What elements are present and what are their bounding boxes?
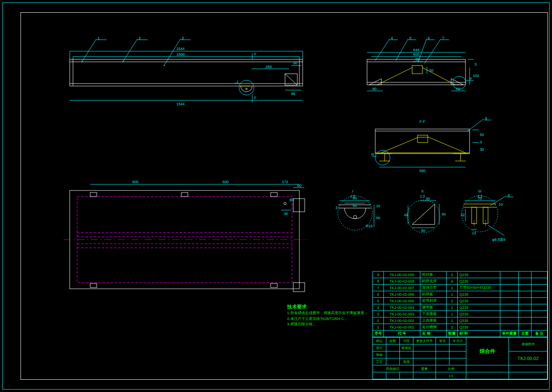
detail-III-label: III	[478, 189, 481, 193]
dim-I-r: R15	[366, 224, 373, 228]
bom-hdr-qty: 数量	[447, 331, 458, 337]
dim-III-r: φ8.5深8	[492, 238, 505, 242]
svg-point-23	[246, 88, 247, 90]
bom-cell-qty: 1	[447, 311, 458, 317]
dim-I-50b: 50	[376, 216, 380, 220]
bom-cell-mat: Q235	[458, 298, 500, 304]
bom-hdr-wt1: 单件重量	[500, 331, 519, 337]
bom-cell-qty: 1	[447, 317, 458, 324]
svg-rect-107	[90, 283, 97, 288]
dim-plan-right: 60	[297, 184, 301, 188]
svg-rect-106	[271, 193, 277, 197]
bom-cell-idx: 5	[373, 298, 384, 304]
bom-row: 9TKJ-00-02-009前封板2Q235	[373, 272, 547, 278]
dim-ff30: 30	[480, 147, 484, 152]
dim-600a: 600	[413, 52, 419, 57]
bom-header-row: 序号 代 号 名 称 数量 材 料 单件重量 总重 备 注	[373, 331, 547, 337]
svg-line-91	[488, 225, 504, 236]
dim-102: 102	[473, 74, 479, 78]
dim-80a: 80	[372, 87, 376, 91]
detail-mark-II: II	[470, 77, 472, 81]
dim-ff50: 50	[480, 133, 484, 137]
bom-cell-mat: 方管50×50×4/Q235	[458, 285, 500, 291]
svg-point-63	[375, 150, 390, 165]
dim-III-10: 10	[499, 202, 503, 206]
dim-II-30: 30	[426, 197, 430, 201]
dim-50a: 50	[293, 61, 297, 65]
bom-cell-name: 前封板	[420, 272, 447, 278]
drawing-scale: 1:6	[436, 372, 466, 379]
bom-cell-code: TKJ-00-02-006	[384, 291, 420, 298]
bom-hdr-mat: 材 料	[458, 331, 500, 337]
bom-hdr-note: 备 注	[531, 331, 547, 337]
bom-cell-idx: 7	[373, 285, 384, 291]
bom-cell-code: TKJ-00-02-008	[384, 278, 420, 285]
bom-cell-idx: 3	[373, 311, 384, 317]
dim-1500: 1500	[176, 52, 185, 57]
svg-line-40	[424, 39, 441, 63]
bom-hdr-wt2: 总重	[519, 331, 531, 337]
side-elevation: 4 5 6 7 644 600 II 80 50 102 3 80 50	[351, 37, 490, 102]
dim-I-80: 80	[353, 196, 357, 200]
dim-III-70: 70	[478, 197, 482, 201]
bom-cell-name: 上连接板	[420, 317, 447, 324]
bom-hdr-code: 代 号	[384, 331, 420, 337]
dim-86: 86	[291, 92, 295, 96]
svg-rect-105	[181, 193, 188, 197]
bom-cell-mat: Q235	[458, 311, 500, 317]
svg-rect-44	[367, 59, 465, 85]
svg-text:F: F	[254, 96, 257, 100]
bom-cell-idx: 2	[373, 317, 384, 324]
svg-rect-49	[412, 66, 422, 74]
svg-text:50: 50	[421, 229, 425, 233]
bom-row: 4TKJ-00-02-004侧弯板1Q235	[373, 304, 547, 311]
bom-cell-mat: Q235	[458, 324, 500, 331]
drawing-number: TKJ-00-02	[509, 351, 547, 365]
svg-rect-104	[90, 193, 97, 197]
svg-point-71	[354, 215, 357, 219]
dim-plan172: 172	[282, 180, 288, 184]
dim-3a: 3	[474, 62, 477, 66]
dim-ff3: 3	[480, 140, 482, 144]
detail-I: I 1:2 80 50 R15 10 50 3	[336, 188, 394, 242]
svg-text:F: F	[254, 52, 257, 56]
dim-side-80b: 80	[415, 57, 420, 61]
bom-cell-mat: Q235	[458, 278, 500, 285]
dim-phi3: φ3	[290, 197, 294, 202]
svg-rect-108	[271, 283, 277, 288]
detail-II: II 1:2 30 50 45 50	[404, 188, 453, 238]
bom-cell-name: 加强方管	[420, 285, 447, 291]
dim-644: 644	[413, 48, 419, 52]
svg-point-24	[239, 80, 254, 95]
front-elevation: 1 2 3 1544 1500 I 268 50 86	[57, 37, 312, 106]
bom-cell-qty: 2	[447, 272, 458, 278]
title-block-table: 标记 处数 分区 更改文件号 签名 年月日 焊合件 楼梯部件 设计标准化 审核 …	[372, 337, 547, 379]
dim-III-12: 12	[472, 231, 476, 235]
dim-580: 580	[419, 169, 425, 173]
svg-line-0	[82, 39, 96, 61]
dim-I-3: 3	[335, 206, 338, 210]
technical-requirements: 技术要求 1.所有焊缝必须磨平，焊接高度不低于薄板厚度； 2.未注尺寸公差等级为…	[287, 303, 368, 327]
bom-cell-qty: 2	[447, 298, 458, 304]
svg-point-87	[462, 196, 498, 232]
detail-II-label: II	[421, 189, 423, 193]
bom-cell-mat: Q235	[458, 272, 500, 278]
bom-row: 7TKJ-00-02-007加强方管1方管50×50×4/Q235	[373, 285, 547, 291]
section-ff-label: F-F	[420, 120, 425, 124]
plan-view: 600 600 172 φ3 30 60	[57, 180, 320, 295]
svg-line-67	[468, 119, 484, 131]
svg-point-111	[284, 202, 286, 205]
detail-II-scale: 1:2	[420, 194, 425, 198]
bom-row: 5TKJ-00-02-005前弯斜撑2Q235	[373, 298, 547, 304]
bom-cell-mat: Q235	[458, 317, 500, 324]
bom-cell-qty: 6	[447, 278, 458, 285]
bom-row: 1TKJ-00-02-001走台槽钢2Q235	[373, 324, 547, 331]
tech-req-1: 1.所有焊缝必须磨平，焊接高度不低于薄板厚度；	[287, 310, 368, 316]
section-ff: F-F 580 III 50 30 3 8	[357, 119, 496, 180]
bom-row: 6TKJ-00-02-006斜撑板1Q235	[373, 291, 547, 298]
bom-cell-mat: Q235	[458, 291, 500, 298]
tech-req-2: 2.未注尺寸公差等级为GB/T1804-C；	[287, 316, 368, 322]
bom-hdr-idx: 序号	[373, 331, 384, 337]
svg-rect-109	[293, 199, 305, 212]
detail-mark-III: III	[371, 152, 374, 156]
